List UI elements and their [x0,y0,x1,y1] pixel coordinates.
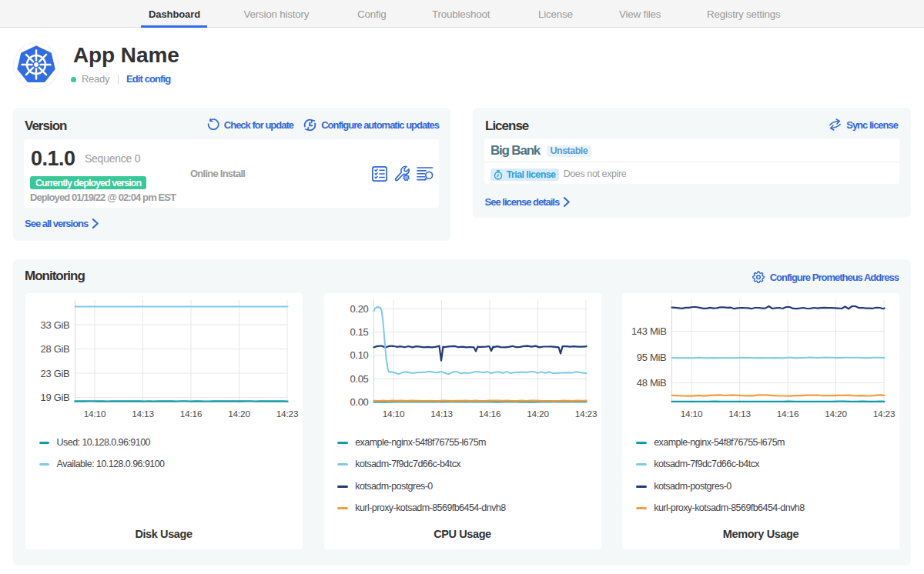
svg-text:0.00: 0.00 [350,395,368,407]
svg-text:14:20: 14:20 [825,409,847,419]
svg-text:0.20: 0.20 [350,303,368,315]
svg-text:14:16: 14:16 [179,409,202,419]
svg-text:14:10: 14:10 [83,409,105,419]
svg-text:14:13: 14:13 [728,409,751,419]
svg-text:0.05: 0.05 [350,372,368,384]
svg-text:14:13: 14:13 [430,409,453,419]
svg-text:14:16: 14:16 [777,409,799,419]
svg-text:19 GiB: 19 GiB [40,392,69,403]
svg-text:0.15: 0.15 [350,326,368,338]
svg-text:0.10: 0.10 [350,349,368,361]
svg-text:14:23: 14:23 [574,409,597,419]
svg-text:14:16: 14:16 [478,409,500,419]
svg-text:48 MiB: 48 MiB [637,377,667,389]
svg-text:28 GiB: 28 GiB [40,343,69,355]
svg-text:23 GiB: 23 GiB [40,367,69,379]
svg-text:14:20: 14:20 [228,409,250,419]
svg-text:33 GiB: 33 GiB [40,319,69,330]
svg-text:95 MiB: 95 MiB [637,352,667,363]
svg-text:14:23: 14:23 [873,409,896,419]
svg-text:14:10: 14:10 [382,409,404,419]
svg-text:14:20: 14:20 [527,409,549,419]
svg-text:14:10: 14:10 [681,409,703,419]
svg-text:143 MiB: 143 MiB [631,325,667,337]
svg-text:14:23: 14:23 [276,409,298,419]
svg-text:14:13: 14:13 [132,409,154,419]
